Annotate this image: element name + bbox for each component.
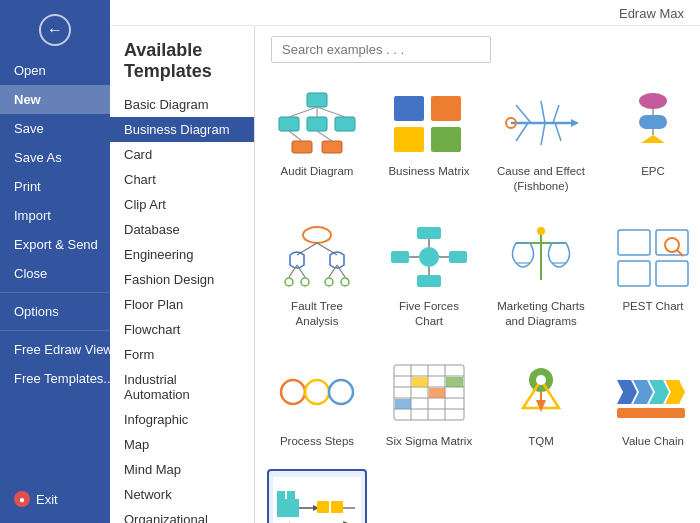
template-thumb-valuestream [273,477,361,523]
template-item-valuechain[interactable]: Value Chain [603,349,700,457]
template-item-cause[interactable]: Cause and Effect (Fishbone) [491,79,591,202]
svg-rect-44 [417,275,441,287]
svg-rect-3 [307,117,327,131]
svg-marker-80 [536,400,546,412]
template-item-pest[interactable]: PEST Chart [603,214,700,337]
search-input[interactable] [271,36,491,63]
svg-rect-85 [617,408,685,418]
main-area: Edraw Max Available Templates Basic Diag… [110,0,700,523]
category-item-floorplan[interactable]: Floor Plan [110,292,254,317]
svg-point-38 [325,278,333,286]
svg-rect-57 [656,261,688,286]
category-item-chart[interactable]: Chart [110,167,254,192]
svg-line-8 [317,107,345,117]
category-list: Basic Diagram Business Diagram Card Char… [110,92,254,523]
template-item-fault[interactable]: Fault Tree Analysis [267,214,367,337]
template-label-audit: Audit Diagram [281,164,354,179]
template-item-tqm[interactable]: TQM [491,349,591,457]
category-item-industrial[interactable]: Industrial Automation [110,367,254,407]
category-item-card[interactable]: Card [110,142,254,167]
exit-label: Exit [36,492,58,507]
sidebar-item-exit[interactable]: ● Exit [0,483,110,515]
sidebar-item-close[interactable]: Close [0,259,110,288]
category-item-basic[interactable]: Basic Diagram [110,92,254,117]
template-label-matrix: Business Matrix [388,164,469,179]
template-grid: Audit Diagram Business Matrix [255,71,700,523]
sidebar-item-free-viewer[interactable]: Free Edraw Viewer [0,335,110,364]
content-area: Available Templates Basic Diagram Busine… [110,26,700,523]
svg-marker-26 [641,135,665,143]
svg-rect-14 [431,127,461,152]
svg-rect-41 [391,251,409,263]
template-item-audit[interactable]: Audit Diagram [267,79,367,202]
svg-line-21 [541,123,545,145]
svg-point-60 [281,380,305,404]
svg-line-22 [555,123,561,141]
sidebar-item-export[interactable]: Export & Send [0,230,110,259]
template-thumb-matrix [385,87,473,159]
category-item-infographic[interactable]: Infographic [110,407,254,432]
template-item-matrix[interactable]: Business Matrix [379,79,479,202]
template-label-valuechain: Value Chain [622,434,684,449]
sidebar-item-options[interactable]: Options [0,297,110,326]
template-thumb-fault [273,222,361,294]
svg-line-20 [516,123,528,141]
svg-point-62 [329,380,353,404]
svg-line-17 [516,105,531,123]
template-label-marketing: Marketing Charts and Diagrams [497,299,585,329]
template-item-marketing[interactable]: Marketing Charts and Diagrams [491,214,591,337]
category-panel: Available Templates Basic Diagram Busine… [110,26,255,523]
category-item-form[interactable]: Form [110,342,254,367]
template-thumb-audit [273,87,361,159]
svg-point-58 [665,238,679,252]
sidebar-item-open[interactable]: Open [0,56,110,85]
svg-rect-2 [335,117,355,131]
template-item-process[interactable]: Process Steps [267,349,367,457]
svg-rect-25 [639,115,667,129]
svg-rect-5 [322,141,342,153]
template-item-valuestream[interactable]: Value Stream Mapping [267,469,367,523]
category-item-clipart[interactable]: Clip Art [110,192,254,217]
svg-rect-87 [277,491,285,499]
category-item-engineering[interactable]: Engineering [110,242,254,267]
category-item-database[interactable]: Database [110,217,254,242]
svg-line-9 [289,131,302,141]
template-item-epc[interactable]: EPC [603,79,700,202]
svg-rect-91 [317,501,329,513]
sidebar-item-saveas[interactable]: Save As [0,143,110,172]
svg-rect-86 [277,499,299,517]
svg-point-51 [537,227,545,235]
sidebar-item-print[interactable]: Print [0,172,110,201]
category-item-mindmap[interactable]: Mind Map [110,457,254,482]
back-circle-icon[interactable]: ← [39,14,71,46]
sidebar-item-free-templates[interactable]: Free Templates... [0,364,110,393]
search-bar [255,26,700,71]
back-button[interactable]: ← [0,0,110,56]
svg-rect-11 [394,96,424,121]
template-item-sixsigma[interactable]: Six Sigma Matrix [379,349,479,457]
category-item-business[interactable]: Business Diagram [110,117,254,142]
category-item-flowchart[interactable]: Flowchart [110,317,254,342]
sidebar-divider [0,292,110,293]
svg-marker-16 [571,119,579,127]
category-item-network[interactable]: Network [110,482,254,507]
category-item-map[interactable]: Map [110,432,254,457]
template-thumb-pest [609,222,697,294]
svg-point-39 [341,278,349,286]
sidebar-item-import[interactable]: Import [0,201,110,230]
svg-rect-75 [395,399,411,409]
template-thumb-marketing [497,222,585,294]
svg-rect-92 [331,501,343,513]
svg-line-10 [317,131,332,141]
svg-rect-54 [618,230,650,255]
svg-rect-12 [431,96,461,121]
sidebar-item-save[interactable]: Save [0,114,110,143]
category-item-org[interactable]: Organizational Chart [110,507,254,523]
svg-rect-1 [279,117,299,131]
svg-rect-4 [292,141,312,153]
svg-point-61 [305,380,329,404]
svg-point-78 [536,375,546,385]
category-item-fashion[interactable]: Fashion Design [110,267,254,292]
sidebar-item-new[interactable]: New [0,85,110,114]
template-item-fiveforces[interactable]: Five Forces Chart [379,214,479,337]
